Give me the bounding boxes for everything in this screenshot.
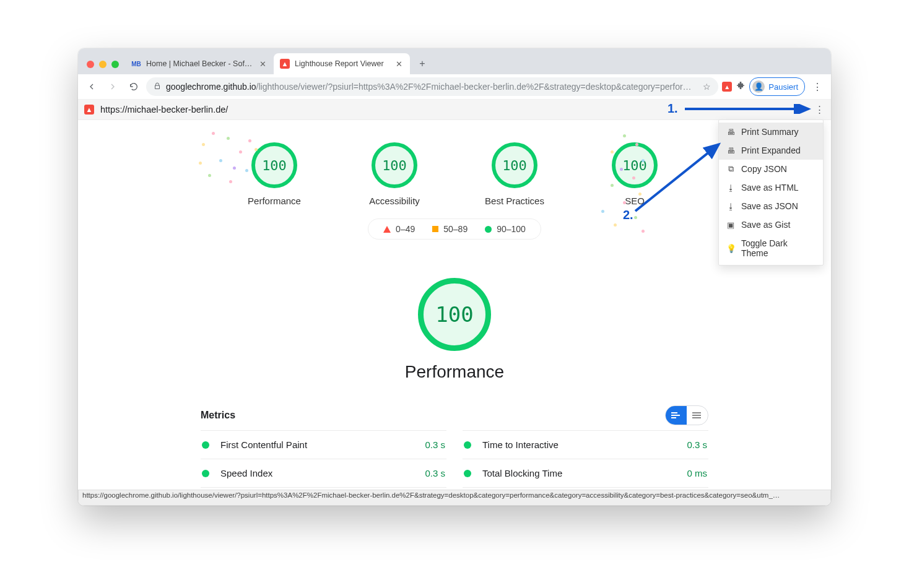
metric-tti: Time to Interactive0.3 s	[463, 430, 708, 459]
status-dot-icon	[464, 470, 471, 477]
print-icon: 🖶	[726, 128, 735, 137]
metric-si: Speed Index0.3 s	[201, 459, 446, 487]
url-text: googlechrome.github.io/lighthouse/viewer…	[166, 82, 698, 92]
metric-tbt: Total Blocking Time0 ms	[463, 459, 708, 487]
maximize-icon[interactable]	[111, 61, 119, 68]
address-bar[interactable]: googlechrome.github.io/lighthouse/viewer…	[146, 77, 718, 96]
performance-big-gauge: 100	[418, 278, 491, 351]
tools-menu-button[interactable]: ⋮	[811, 102, 827, 118]
extensions-icon[interactable]	[736, 80, 746, 93]
svg-rect-1	[671, 415, 680, 416]
gauge-performance[interactable]: 100 Performance	[234, 142, 315, 206]
menu-toggle-dark[interactable]: 💡Toggle Dark Theme	[719, 234, 823, 262]
tab-lighthouse[interactable]: ▲ Lighthouse Report Viewer ✕	[274, 53, 410, 74]
browser-window: MB Home | Michael Becker - Softw… ✕ ▲ Li…	[78, 48, 831, 506]
tab-home[interactable]: MB Home | Michael Becker - Softw… ✕	[125, 53, 274, 74]
menu-save-gist[interactable]: ▣Save as Gist	[719, 215, 823, 234]
forward-button[interactable]	[104, 78, 121, 95]
svg-rect-0	[671, 412, 677, 413]
lighthouse-icon: ▲	[84, 105, 94, 115]
svg-rect-2	[671, 417, 676, 418]
tools-menu: 🖶Print Summary 🖶Print Expanded ⧉Copy JSO…	[718, 119, 824, 266]
close-tab-icon[interactable]: ✕	[258, 59, 267, 69]
window-controls	[83, 61, 125, 74]
lock-icon	[154, 82, 161, 92]
section-title: Performance	[78, 362, 831, 382]
tab-title: Lighthouse Report Viewer	[295, 59, 389, 68]
download-icon: ⭳	[726, 202, 735, 211]
gist-icon: ▣	[726, 220, 735, 230]
menu-print-summary[interactable]: 🖶Print Summary	[719, 123, 823, 141]
svg-rect-4	[692, 415, 701, 416]
profile-label: Pausiert	[768, 82, 798, 92]
page-content: ▲ https://michael-becker-berlin.de/ ⋮	[78, 100, 831, 506]
metric-fcp: First Contentful Paint0.3 s	[201, 430, 446, 459]
metrics-view-toggle	[665, 405, 708, 425]
view-toggle-expanded[interactable]	[666, 406, 687, 425]
favicon-mb: MB	[131, 59, 141, 69]
copy-icon: ⧉	[726, 164, 735, 174]
bookmark-icon[interactable]: ☆	[703, 82, 711, 92]
download-icon: ⭳	[726, 183, 735, 192]
status-dot-icon	[464, 441, 471, 449]
gauge-seo[interactable]: 100 SEO	[594, 142, 675, 206]
status-bar: https://googlechrome.github.io/lighthous…	[78, 490, 831, 506]
report-url: https://michael-becker-berlin.de/	[100, 105, 228, 115]
status-dot-icon	[202, 441, 209, 449]
circle-icon	[485, 226, 492, 233]
menu-save-json[interactable]: ⭳Save as JSON	[719, 197, 823, 215]
menu-save-html[interactable]: ⭳Save as HTML	[719, 178, 823, 197]
square-icon	[432, 226, 438, 232]
tab-strip: MB Home | Michael Becker - Softw… ✕ ▲ Li…	[78, 48, 831, 74]
close-tab-icon[interactable]: ✕	[394, 59, 404, 69]
profile-chip[interactable]: 👤 Pausiert	[749, 77, 805, 96]
new-tab-button[interactable]: +	[414, 55, 431, 72]
gauge-accessibility[interactable]: 100 Accessibility	[354, 142, 435, 206]
svg-rect-5	[692, 417, 701, 418]
triangle-icon	[383, 226, 391, 233]
gauge-best-practices[interactable]: 100 Best Practices	[474, 142, 555, 206]
report-url-bar: ▲ https://michael-becker-berlin.de/ ⋮	[78, 100, 831, 120]
view-toggle-compact[interactable]	[687, 406, 708, 425]
print-icon: 🖶	[726, 146, 735, 155]
status-dot-icon	[202, 470, 209, 477]
menu-copy-json[interactable]: ⧉Copy JSON	[719, 160, 823, 178]
tab-title: Home | Michael Becker - Softw…	[146, 59, 253, 68]
score-legend: 0–49 50–89 90–100	[368, 218, 541, 240]
back-button[interactable]	[83, 78, 100, 95]
toolbar: googlechrome.github.io/lighthouse/viewer…	[78, 74, 831, 100]
close-icon[interactable]	[87, 61, 94, 68]
favicon-lighthouse: ▲	[280, 59, 290, 69]
browser-menu-button[interactable]: ⋮	[809, 78, 826, 95]
bulb-icon: 💡	[726, 244, 735, 253]
svg-rect-3	[692, 412, 701, 413]
metrics-heading: Metrics	[201, 410, 665, 421]
menu-print-expanded[interactable]: 🖶Print Expanded	[719, 141, 823, 160]
extension-lighthouse-icon[interactable]: ▲	[722, 82, 732, 92]
avatar: 👤	[752, 80, 765, 93]
performance-section: 100 Performance	[78, 278, 831, 382]
reload-button[interactable]	[125, 78, 142, 95]
minimize-icon[interactable]	[99, 61, 107, 68]
